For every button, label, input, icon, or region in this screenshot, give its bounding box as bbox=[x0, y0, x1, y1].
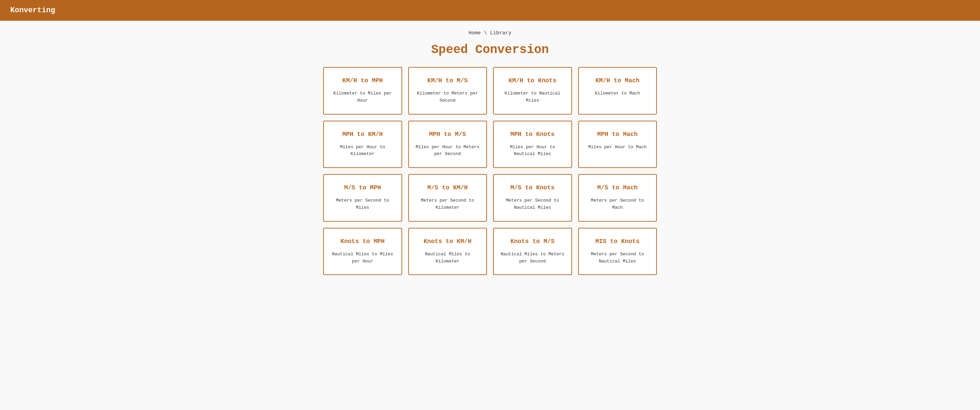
card-kmh-to-knots[interactable]: KM/H to KnotsKilometer to Nautical Miles bbox=[493, 67, 572, 115]
card-desc-ms-to-mach: Meters per Second to Mach bbox=[586, 197, 650, 211]
card-title-kmh-to-knots: KM/H to Knots bbox=[501, 77, 565, 84]
card-title-mis-to-knots: MIS to Knots bbox=[586, 238, 650, 245]
card-title-knots-to-mph: Knots to MPH bbox=[331, 238, 395, 245]
breadcrumb-home[interactable]: Home bbox=[469, 30, 481, 36]
card-title-mph-to-mach: MPH to Mach bbox=[586, 131, 650, 138]
card-desc-ms-to-mph: Meters per Second to Miles bbox=[331, 197, 395, 211]
card-title-kmh-to-mach: KM/H to Mach bbox=[586, 77, 650, 84]
card-desc-mis-to-knots: Meters per Second to Nautical Miles bbox=[586, 251, 650, 265]
site-title: Konverting bbox=[10, 6, 55, 14]
card-desc-mph-to-kmh: Miles per Hour to Kilometer bbox=[331, 144, 395, 158]
site-header: Konverting bbox=[0, 0, 980, 21]
card-ms-to-mach[interactable]: M/S to MachMeters per Second to Mach bbox=[578, 174, 657, 222]
card-desc-kmh-to-ms: Kilometer to Meters per Second bbox=[416, 90, 480, 104]
card-title-ms-to-mach: M/S to Mach bbox=[586, 184, 650, 191]
card-title-mph-to-ms: MPH to M/S bbox=[416, 131, 480, 138]
card-mph-to-mach[interactable]: MPH to MachMiles per Hour to Mach bbox=[578, 121, 657, 168]
card-title-mph-to-knots: MPH to Knots bbox=[501, 131, 565, 138]
card-kmh-to-mach[interactable]: KM/H to MachKilometer to Mach bbox=[578, 67, 657, 115]
card-title-mph-to-kmh: MPH to KM/H bbox=[331, 131, 395, 138]
card-mph-to-ms[interactable]: MPH to M/SMiles per Hour to Meters per S… bbox=[408, 121, 487, 168]
card-knots-to-ms[interactable]: Knots to M/SNautical Miles to Meters per… bbox=[493, 228, 572, 275]
card-kmh-to-mph[interactable]: KM/H to MPHKilometer to Miles per Hour bbox=[323, 67, 402, 115]
conversion-grid: KM/H to MPHKilometer to Miles per HourKM… bbox=[323, 67, 657, 275]
card-desc-knots-to-kmh: Nautical Miles to Kilometer bbox=[416, 251, 480, 265]
card-title-ms-to-kmh: M/S to KM/H bbox=[416, 184, 480, 191]
card-desc-kmh-to-knots: Kilometer to Nautical Miles bbox=[501, 90, 565, 104]
card-desc-knots-to-ms: Nautical Miles to Meters per Second bbox=[501, 251, 565, 265]
card-title-ms-to-mph: M/S to MPH bbox=[331, 184, 395, 191]
page-title: Speed Conversion bbox=[323, 43, 657, 57]
card-title-kmh-to-ms: KM/H to M/S bbox=[416, 77, 480, 84]
card-desc-mph-to-ms: Miles per Hour to Meters per Second bbox=[416, 144, 480, 158]
card-desc-knots-to-mph: Nautical Miles to Miles per Hour bbox=[331, 251, 395, 265]
card-ms-to-knots[interactable]: M/S to KnotsMeters per Second to Nautica… bbox=[493, 174, 572, 222]
card-title-knots-to-kmh: Knots to KM/H bbox=[416, 238, 480, 245]
card-desc-kmh-to-mach: Kilometer to Mach bbox=[586, 90, 650, 97]
card-desc-mph-to-mach: Miles per Hour to Mach bbox=[586, 144, 650, 151]
card-desc-mph-to-knots: Miles per Hour to Nautical Miles bbox=[501, 144, 565, 158]
card-title-knots-to-ms: Knots to M/S bbox=[501, 238, 565, 245]
card-desc-ms-to-kmh: Meters per Second to Kilometer bbox=[416, 197, 480, 211]
breadcrumb-current: Library bbox=[490, 30, 511, 36]
card-kmh-to-ms[interactable]: KM/H to M/SKilometer to Meters per Secon… bbox=[408, 67, 487, 115]
card-ms-to-kmh[interactable]: M/S to KM/HMeters per Second to Kilomete… bbox=[408, 174, 487, 222]
card-title-ms-to-knots: M/S to Knots bbox=[501, 184, 565, 191]
card-knots-to-kmh[interactable]: Knots to KM/HNautical Miles to Kilometer bbox=[408, 228, 487, 275]
main-container: Home \ Library Speed Conversion KM/H to … bbox=[317, 30, 663, 275]
card-title-kmh-to-mph: KM/H to MPH bbox=[331, 77, 395, 84]
card-mph-to-kmh[interactable]: MPH to KM/HMiles per Hour to Kilometer bbox=[323, 121, 402, 168]
card-desc-kmh-to-mph: Kilometer to Miles per Hour bbox=[331, 90, 395, 104]
card-mis-to-knots[interactable]: MIS to KnotsMeters per Second to Nautica… bbox=[578, 228, 657, 275]
breadcrumb: Home \ Library bbox=[323, 30, 657, 36]
card-mph-to-knots[interactable]: MPH to KnotsMiles per Hour to Nautical M… bbox=[493, 121, 572, 168]
card-knots-to-mph[interactable]: Knots to MPHNautical Miles to Miles per … bbox=[323, 228, 402, 275]
card-ms-to-mph[interactable]: M/S to MPHMeters per Second to Miles bbox=[323, 174, 402, 222]
card-desc-ms-to-knots: Meters per Second to Nautical Miles bbox=[501, 197, 565, 211]
breadcrumb-separator: \ bbox=[484, 30, 490, 36]
